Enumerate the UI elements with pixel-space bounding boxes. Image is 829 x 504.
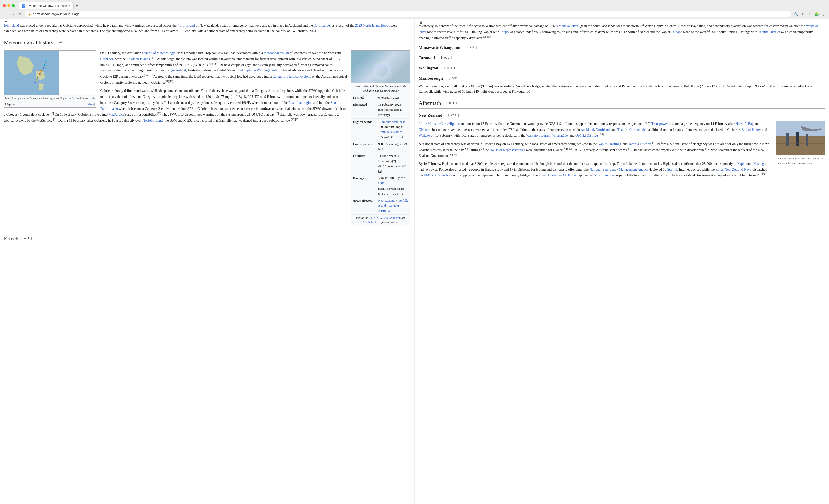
active-tab[interactable]: W Two Iframe Windows Example × [19,2,74,9]
download-icon[interactable]: ⬇ [800,12,805,16]
1min-link[interactable]: 1-minute sustained: [378,130,403,134]
map-show-anchor[interactable]: show [88,103,94,106]
norfolk-island-link[interactable]: Norfolk Island [142,119,163,122]
manawatu-edit-link[interactable]: edit [470,45,474,50]
confirmed-fatalities: 11 confirmed[1] [378,154,399,158]
coromandel-link[interactable]: Coromandel [314,24,331,28]
tararua-link[interactable]: Tararua District [758,30,780,34]
dissipated-label: Dissipated [351,101,376,118]
bay-of-plenty-link[interactable]: Bay of Plenty [742,128,760,132]
hastings-link[interactable]: Hastings [609,142,621,146]
sp-season-link[interactable]: South Pacific [363,221,379,224]
menu-icon[interactable]: ⋮ [821,12,826,16]
opotiki-link[interactable]: Ōpōtiki Districts [575,134,599,137]
right-panel-toggle[interactable]: ☰ [420,21,423,25]
coral-sea-link[interactable]: Coral Sea [100,57,114,61]
2023-floods-link[interactable]: 2023 North Island floods [355,24,390,28]
waikato-link[interactable]: Waikato [419,134,430,137]
hastings2-link[interactable]: Hastings [753,162,765,166]
damage-amount: ≥ $8.12 billion (2023 USD) [378,177,405,185]
extensions-icon[interactable]: 🧩 [814,12,819,16]
new-tab-button[interactable]: + [74,2,80,9]
maximize-button[interactable] [12,4,15,7]
whakatane-link[interactable]: Whakatāne [552,134,568,137]
title-bar: W Two Iframe Windows Example × + [0,0,829,9]
gisborne-link[interactable]: Gisborne [419,128,431,132]
thames-coromandel-link[interactable]: Thames-Coromandel [617,128,647,132]
search-icon[interactable]: 🔍 [793,12,798,16]
navy-photo-svg [776,121,825,155]
chris-hipkins-link[interactable]: Prime Minister Chris Hipkins [419,122,460,125]
trough-link[interactable]: monsoonal trough [264,51,289,55]
queensland-link[interactable]: Queensland [170,69,186,72]
folk-island-link[interactable]: folk Island [4,24,19,28]
starlink-link[interactable]: Starlink [667,168,678,171]
svg-rect-10 [776,121,825,136]
close-button[interactable] [3,4,6,7]
aftermath-edit-link[interactable]: edit [449,101,454,105]
photo-expand-icon[interactable]: ⤢ [822,151,824,155]
back-button[interactable]: ← [3,11,9,17]
metservice-link[interactable]: MetService [108,113,124,116]
hawkes-bay-link[interactable]: Hawke's Bay [735,122,754,125]
waikato2-link[interactable]: Waikato [526,134,538,137]
auckland-link[interactable]: Auckland [580,128,594,132]
cat1-link[interactable]: Category 1 tropical cyclone [273,75,311,78]
mohaka-link[interactable]: Mohaka River [558,24,578,28]
fatalities-value: 11 confirmed[1] 10 missing[2] 4918 "unco… [376,153,410,175]
aus-region-season-link[interactable]: 2022–23 Australian region [369,216,400,219]
nz-edit-link[interactable]: edit [451,113,456,118]
australia-link[interactable]: Australia [378,209,390,213]
svg-point-8 [34,81,36,83]
wellington-edit-link[interactable]: edit [447,66,452,70]
met-history-heading: Meteorological history [edit] [4,38,410,48]
infobox-row-pressure: Lowest pressure 958 hPa (mbar); 28.29 in… [351,141,410,153]
10min-link[interactable]: 10-minute sustained: [378,120,405,123]
taranaki-edit-link[interactable]: edit [444,56,449,60]
bom-link[interactable]: Bureau of Meteorology [142,51,175,55]
taihape-link[interactable]: Taihape [671,30,682,34]
infobox: Severe Tropical Cyclone Gabrielle near i… [351,50,410,226]
rnzn-link[interactable]: Royal New Zealand Navy [716,168,752,171]
met-content: Severe Tropical Cyclone Gabrielle near i… [4,50,410,230]
vanuatu-link[interactable]: Vanuatu [388,204,399,207]
tararua-districts-link[interactable]: Tararua Districts [628,142,651,146]
forward-button[interactable]: → [10,11,16,17]
north-island-link[interactable]: North Island [177,24,194,28]
10min-value: 150 km/h (90 mph) [378,125,403,129]
house-of-reps-link[interactable]: House of Representatives [490,148,525,152]
raaf-link[interactable]: Royal Australian Air Force [539,174,576,177]
hmnzs-link[interactable]: HMNZS Canterbury [424,174,453,177]
map-svg [4,51,59,95]
hauraki-link[interactable]: Hauraki [539,134,551,137]
left-panel-header: ☰ [4,19,410,23]
jtwc-link[interactable]: Joint Typhoon Warning Center [236,69,279,72]
met-edit-link[interactable]: edit [59,40,63,45]
taupo-link[interactable]: Taupo [500,30,509,34]
nav-buttons: ← → ↻ [3,11,23,17]
effects-edit-link[interactable]: edit [24,236,29,241]
c130-link[interactable]: C-130 Hercules [592,174,614,177]
usd-link[interactable]: USD [378,181,385,185]
infobox-table: Formed 6 February 2023 Dissipated 16 Feb… [351,94,410,226]
tab-close-button[interactable]: × [68,4,70,8]
nz-areas-link[interactable]: New Zealand [378,199,395,203]
aus-region-link[interactable]: Australian region [288,101,313,105]
marlborough-edit-link[interactable]: edit [452,76,457,81]
formed-label: Formed [351,95,376,101]
url-bar[interactable]: 🔒 en.wikipedia.org/wiki/Main_Page [25,11,791,17]
marlborough-title: Marlborough [419,75,443,81]
bookmark-icon[interactable]: ☆ [807,12,812,16]
minimize-button[interactable] [7,4,10,7]
napier-link[interactable]: Napier [598,142,607,146]
northland-link[interactable]: Northland [596,128,610,132]
marlborough-heading: Marlborough [edit] [419,75,825,81]
napier2-link[interactable]: Napier [737,162,747,166]
transpower-link[interactable]: Transpower [651,122,668,125]
left-panel-toggle[interactable]: ☰ [5,21,7,24]
nema-link[interactable]: National Emergency Management Agency [589,168,648,171]
svg-rect-11 [776,136,825,155]
aftermath-heading: Aftermath [edit] [419,99,825,109]
reload-button[interactable]: ↻ [17,11,23,17]
solomon-link[interactable]: Solomon Islands [127,57,150,61]
